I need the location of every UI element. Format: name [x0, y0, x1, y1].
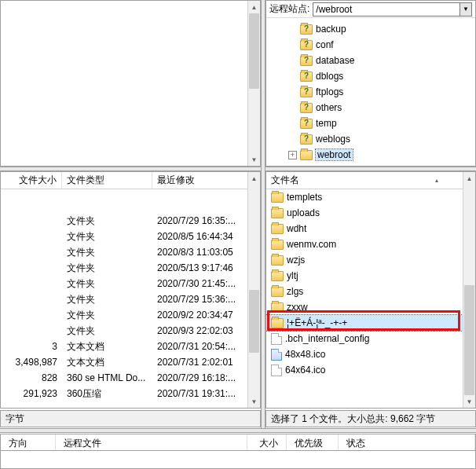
- remote-tree[interactable]: backupconfdatabasedblogsftplogsotherstem…: [266, 18, 475, 166]
- remote-list-header[interactable]: 文件名▴: [266, 172, 475, 189]
- tree-item[interactable]: database: [266, 53, 475, 68]
- table-row[interactable]: 291,923360压缩2020/7/31 19:31:...: [1, 386, 260, 401]
- scroll-down-icon[interactable]: ▼: [463, 395, 475, 408]
- tree-item-label: ftplogs: [316, 86, 343, 97]
- tree-item[interactable]: temp: [266, 115, 475, 131]
- list-item[interactable]: zxxw: [266, 299, 475, 315]
- table-row[interactable]: 文件夹2020/9/2 20:34:47: [1, 307, 260, 323]
- horizontal-splitter-bottom[interactable]: [0, 428, 476, 433]
- folder-icon: [300, 119, 313, 129]
- folder-icon: [300, 87, 313, 97]
- tree-item[interactable]: dblogs: [266, 68, 475, 84]
- col-remote-file[interactable]: 远程文件: [56, 434, 247, 450]
- table-row[interactable]: 文件夹2020/9/3 22:02:03: [1, 323, 260, 339]
- folder-icon: [271, 302, 284, 313]
- col-type[interactable]: 文件类型: [62, 172, 152, 189]
- local-list-body[interactable]: 文件夹2020/7/29 16:35:...文件夹2020/8/5 16:44:…: [1, 189, 260, 401]
- col-size[interactable]: 文件大小: [1, 172, 62, 189]
- file-name: .bch_internal_config: [285, 333, 369, 344]
- scroll-thumb[interactable]: [249, 13, 259, 89]
- col-direction[interactable]: 方向: [1, 434, 56, 450]
- scroll-down-icon[interactable]: ▼: [248, 153, 260, 166]
- scroll-up-icon[interactable]: ▲: [248, 1, 260, 13]
- tree-item[interactable]: +webroot: [266, 147, 475, 163]
- list-item[interactable]: yltj: [266, 268, 475, 284]
- file-icon: [271, 333, 282, 345]
- file-icon: [271, 349, 282, 361]
- table-row[interactable]: 文件夹2020/7/30 21:45:...: [1, 276, 260, 291]
- sort-asc-icon: ▴: [435, 177, 438, 184]
- col-status[interactable]: 状态: [339, 434, 475, 450]
- list-item[interactable]: templets: [266, 189, 475, 205]
- dropdown-icon[interactable]: ▼: [460, 2, 472, 16]
- scroll-thumb[interactable]: [249, 290, 259, 353]
- list-item[interactable]: 48x48.ico: [266, 346, 475, 362]
- tree-item-label: temp: [316, 118, 337, 129]
- table-row[interactable]: 3文本文档2020/7/31 20:54:...: [1, 339, 260, 354]
- remote-tree-pane: 远程站点: /webroot ▼ backupconfdatabasedblog…: [265, 0, 476, 167]
- scroll-down-icon[interactable]: ▼: [248, 395, 260, 408]
- folder-icon: [271, 255, 284, 266]
- list-item[interactable]: wdht: [266, 221, 475, 236]
- table-row[interactable]: 文件夹2020/7/29 16:35:...: [1, 213, 260, 229]
- scrollbar[interactable]: ▲ ▼: [463, 172, 475, 408]
- file-name: wdht: [287, 223, 306, 234]
- scroll-up-icon[interactable]: ▲: [463, 172, 475, 185]
- scroll-thumb[interactable]: [464, 285, 474, 395]
- file-name: wenmv.com: [287, 239, 336, 250]
- expand-icon[interactable]: +: [288, 151, 297, 159]
- list-item[interactable]: ¦+Ë+Á-¦ª-_-+-+: [266, 315, 475, 331]
- table-row[interactable]: 文件夹2020/8/3 11:03:05: [1, 244, 260, 260]
- folder-icon: [300, 150, 313, 160]
- remote-list-body[interactable]: templetsuploadswdhtwenmv.comwzjsyltjzlgs…: [266, 189, 475, 378]
- folder-icon: [271, 192, 284, 203]
- col-filename[interactable]: 文件名▴: [266, 172, 475, 189]
- tree-item[interactable]: weblogs: [266, 131, 475, 147]
- file-name: zlgs: [287, 286, 303, 297]
- list-item[interactable]: zlgs: [266, 284, 475, 299]
- folder-icon: [300, 24, 313, 35]
- folder-icon: [271, 271, 284, 281]
- folder-icon: [271, 240, 284, 250]
- list-item[interactable]: wenmv.com: [266, 236, 475, 252]
- scroll-up-icon[interactable]: ▲: [248, 172, 260, 185]
- list-item[interactable]: .bch_internal_config: [266, 331, 475, 346]
- local-tree-pane: ▲ ▼: [0, 0, 261, 167]
- tree-item[interactable]: conf: [266, 37, 475, 53]
- transfer-queue-header[interactable]: 方向 远程文件 大小 优先级 状态: [0, 434, 476, 451]
- file-name: ¦+Ë+Á-¦ª-_-+-+: [287, 317, 347, 328]
- tree-item-label: backup: [316, 24, 346, 35]
- transfer-queue-body[interactable]: [0, 451, 476, 469]
- remote-path-input[interactable]: /webroot: [313, 2, 460, 16]
- folder-icon: [271, 208, 284, 218]
- tree-item-label: weblogs: [316, 134, 350, 145]
- table-row[interactable]: 3,498,987文本文档2020/7/31 2:02:01: [1, 354, 260, 370]
- scrollbar[interactable]: ▲ ▼: [247, 172, 260, 408]
- list-item[interactable]: 64x64.ico: [266, 362, 475, 378]
- local-list-header[interactable]: 文件大小 文件类型 最近修改: [1, 172, 260, 189]
- file-name: zxxw: [287, 302, 308, 313]
- table-row[interactable]: 828360 se HTML Do...2020/7/29 16:18:...: [1, 370, 260, 386]
- file-name: 64x64.ico: [285, 365, 325, 376]
- tree-item[interactable]: backup: [266, 21, 475, 37]
- tree-item-label: conf: [316, 39, 334, 50]
- col-modified[interactable]: 最近修改: [152, 172, 260, 189]
- tree-item[interactable]: others: [266, 100, 475, 115]
- col-size[interactable]: 大小: [247, 434, 287, 450]
- col-priority[interactable]: 优先级: [287, 434, 339, 450]
- file-name: 48x48.ico: [285, 349, 325, 360]
- table-row[interactable]: 文件夹2020/7/29 15:36:...: [1, 291, 260, 307]
- file-name: yltj: [287, 270, 298, 281]
- list-item[interactable]: wzjs: [266, 252, 475, 268]
- table-row[interactable]: 文件夹2020/8/5 16:44:34: [1, 229, 260, 244]
- list-item[interactable]: uploads: [266, 205, 475, 221]
- table-row[interactable]: 文件夹2020/5/13 9:17:46: [1, 260, 260, 276]
- tree-item[interactable]: ftplogs: [266, 84, 475, 100]
- tree-item-label: others: [316, 102, 342, 113]
- folder-icon: [300, 56, 313, 66]
- file-icon: [271, 365, 282, 376]
- remote-status-bar: 选择了 1 个文件。大小总共: 9,662 字节: [265, 410, 476, 427]
- folder-icon: [271, 318, 284, 328]
- local-file-list: 文件大小 文件类型 最近修改 文件夹2020/7/29 16:35:...文件夹…: [0, 171, 261, 409]
- scrollbar[interactable]: ▲ ▼: [247, 1, 260, 166]
